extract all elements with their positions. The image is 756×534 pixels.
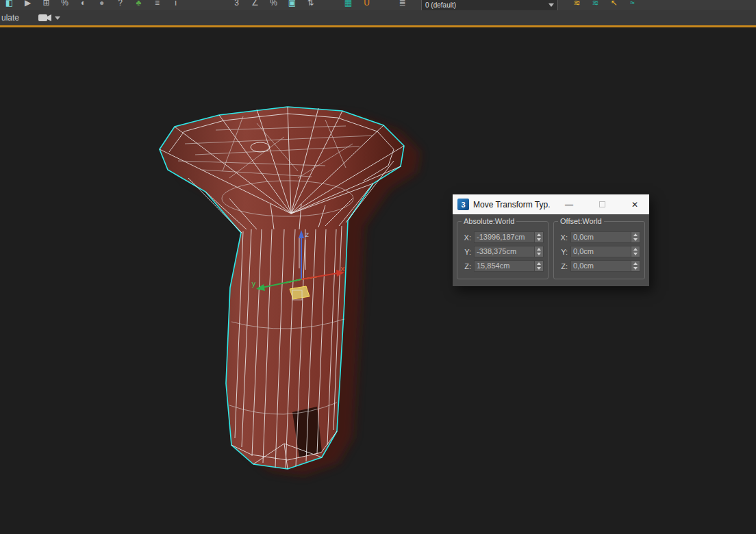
gizmo-y-label: y xyxy=(251,279,256,288)
transform-row: X: 0,0cm xyxy=(558,231,640,243)
layer-stack-yellow-icon[interactable]: ≋ xyxy=(568,0,586,10)
spinner-down-icon[interactable] xyxy=(535,238,543,243)
spinner-snap-icon[interactable]: ⇅ xyxy=(301,0,320,10)
absolute-world-label: Absolute:World xyxy=(462,217,516,225)
offset-world-group: Offset:World X: 0,0cm xyxy=(553,221,645,279)
pick-cursor-icon[interactable]: ↖ xyxy=(605,0,623,10)
axis-label: X: xyxy=(462,233,471,242)
spinner-up-icon[interactable] xyxy=(631,232,640,238)
play-animation-icon[interactable]: ▶ xyxy=(18,0,37,10)
transform-row: Z: 15,854cm xyxy=(462,260,544,272)
toolbar-group-snaps: 3 ∠ % ▣ ⇅ xyxy=(227,0,320,10)
spinner-down-icon[interactable] xyxy=(631,238,640,243)
world-icon[interactable]: ◐ xyxy=(74,0,92,10)
3dsmax-window: ◧ ▶ ⊞ % ◐ ● ? ♣ ≡ i xyxy=(0,0,756,534)
gizmo-x-label: x xyxy=(340,264,345,273)
coordinate-field[interactable]: 0,0cm xyxy=(570,260,640,272)
coordinate-field[interactable]: 15,854cm xyxy=(474,260,544,272)
spinner-up-icon[interactable] xyxy=(535,261,543,266)
list-icon[interactable]: ≡ xyxy=(148,0,166,10)
value-spinner[interactable] xyxy=(534,246,543,257)
chevron-down-icon xyxy=(549,3,554,7)
coordinate-value: -338,375cm xyxy=(475,246,534,257)
coordinate-value: 0,0cm xyxy=(571,246,631,257)
spinner-up-icon[interactable] xyxy=(535,232,543,238)
minimize-button[interactable]: — xyxy=(555,194,583,214)
snap-3d-icon[interactable]: 3 xyxy=(227,0,246,10)
slate-editor-cube-icon[interactable]: ▦ xyxy=(339,0,357,10)
axis-label: X: xyxy=(558,233,568,242)
spinner-down-icon[interactable] xyxy=(535,266,543,272)
coordinate-field[interactable]: -13996,187cm xyxy=(474,231,544,243)
toolbar-group-right: ≋ ≋ ↖ ≈ xyxy=(568,0,642,10)
spinner-up-icon[interactable] xyxy=(535,246,543,252)
grid-add-icon[interactable]: ⊞ xyxy=(37,0,55,10)
coordinate-value: 0,0cm xyxy=(571,261,631,271)
foliage-icon[interactable]: ♣ xyxy=(129,0,148,10)
populate-toolbar-label: ulate xyxy=(1,13,19,23)
axis-label: Y: xyxy=(558,248,568,256)
chevron-down-icon xyxy=(55,16,60,20)
maximize-button[interactable] xyxy=(588,194,616,214)
percent-snap-icon[interactable]: % xyxy=(264,0,283,10)
selection-set-dropdown[interactable]: 0 (default) xyxy=(421,0,558,10)
offset-world-label: Offset:World xyxy=(558,217,604,225)
viewport-layout-icon[interactable]: ◧ xyxy=(0,0,18,10)
camera-icon xyxy=(38,14,52,22)
gizmo-z-label: z xyxy=(305,230,310,239)
coordinate-field[interactable]: -338,375cm xyxy=(474,246,544,257)
main-toolbar: ◧ ▶ ⊞ % ◐ ● ? ♣ ≡ i xyxy=(0,0,756,10)
camera-tool-button[interactable] xyxy=(38,14,60,22)
transform-row: X: -13996,187cm xyxy=(462,231,544,243)
transform-row: Y: -338,375cm xyxy=(462,246,544,257)
percent-icon[interactable]: % xyxy=(55,0,74,10)
toolbar-group-general: ◧ ▶ ⊞ % ◐ ● ? ♣ ≡ i xyxy=(0,0,185,10)
column-model-render: z x y xyxy=(120,96,442,507)
absolute-world-group: Absolute:World X: -13996,187cm xyxy=(457,221,549,279)
spinner-down-icon[interactable] xyxy=(535,252,543,257)
coordinate-value: 15,854cm xyxy=(475,261,534,271)
close-button[interactable]: ✕ xyxy=(620,194,649,214)
coordinate-value: -13996,187cm xyxy=(475,232,534,242)
transform-row: Z: 0,0cm xyxy=(558,260,640,272)
3dsmax-app-icon: 3 xyxy=(457,199,469,210)
spinner-down-icon[interactable] xyxy=(631,252,640,257)
spinner-up-icon[interactable] xyxy=(631,246,640,252)
selection-set-value: 0 (default) xyxy=(425,1,549,9)
box-snap-icon[interactable]: ▣ xyxy=(283,0,301,10)
value-spinner[interactable] xyxy=(631,261,640,271)
dialog-title: Move Transform Typ... xyxy=(473,200,551,209)
dialog-body: Absolute:World X: -13996,187cm xyxy=(453,214,649,286)
spinner-up-icon[interactable] xyxy=(631,261,640,266)
value-spinner[interactable] xyxy=(534,261,543,271)
sphere-icon[interactable]: ● xyxy=(92,0,111,10)
layers-teal-icon[interactable]: ≋ xyxy=(586,0,605,10)
value-spinner[interactable] xyxy=(631,246,640,257)
axis-label: Z: xyxy=(462,262,471,270)
value-spinner[interactable] xyxy=(631,232,640,242)
value-spinner[interactable] xyxy=(534,232,543,242)
secondary-toolbar: ulate xyxy=(0,10,756,27)
spinner-down-icon[interactable] xyxy=(631,266,640,272)
uv-editor-icon[interactable]: U xyxy=(357,0,376,10)
axis-label: Y: xyxy=(462,248,471,256)
toolbar-group-editors: ▦ U xyxy=(339,0,376,10)
curves-icon[interactable]: ≈ xyxy=(623,0,642,10)
axis-label: Z: xyxy=(558,262,568,270)
coordinate-value: 0,0cm xyxy=(571,232,631,242)
coordinate-field[interactable]: 0,0cm xyxy=(570,246,640,257)
toolbar-group-scene: ≣ xyxy=(393,0,412,10)
transform-row: Y: 0,0cm xyxy=(558,246,640,257)
scene-list-icon[interactable]: ≣ xyxy=(393,0,412,10)
maximize-icon xyxy=(599,201,605,207)
dialog-title-bar[interactable]: 3 Move Transform Typ... — ✕ xyxy=(453,194,649,214)
angle-snap-icon[interactable]: ∠ xyxy=(246,0,264,10)
help-icon[interactable]: ? xyxy=(111,0,129,10)
coordinate-field[interactable]: 0,0cm xyxy=(570,231,640,243)
info-icon[interactable]: i xyxy=(166,0,185,10)
move-transform-type-in-dialog: 3 Move Transform Typ... — ✕ Absolute:Wor… xyxy=(453,194,649,286)
